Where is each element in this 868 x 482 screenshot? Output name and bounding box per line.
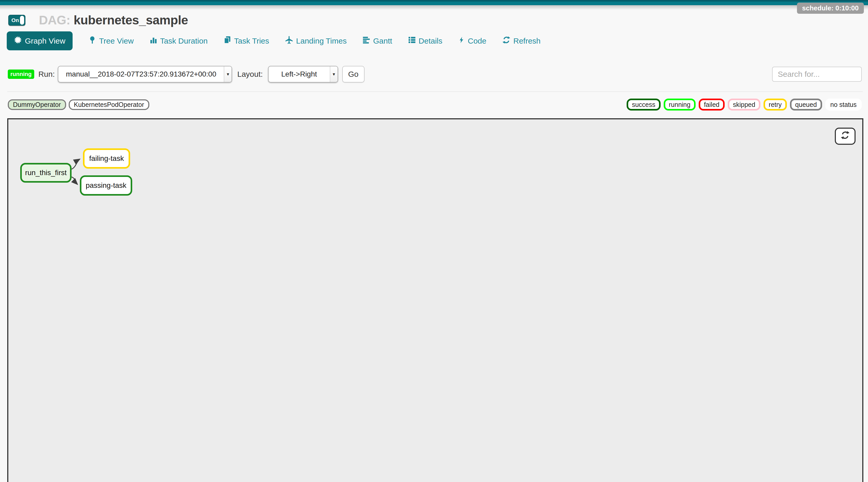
status-legend-running: running — [664, 98, 695, 111]
copy-files-icon — [224, 36, 231, 46]
burst-icon — [14, 36, 22, 46]
tab-label: Gantt — [373, 37, 392, 46]
page-title: DAG: kubernetes_sample — [39, 13, 188, 27]
tab-graph-view[interactable]: Graph View — [7, 31, 72, 50]
dag-graph-canvas: run_this_first failing-task passing-task — [7, 118, 863, 482]
layout-select[interactable]: Left->Right ▾ — [268, 66, 338, 83]
tab-code[interactable]: Code — [458, 36, 486, 46]
layout-label: Layout: — [237, 70, 262, 79]
tab-details[interactable]: Details — [408, 36, 442, 46]
dag-edges — [8, 119, 862, 482]
navbar-shadow — [0, 5, 868, 10]
align-left-icon — [363, 36, 370, 46]
toggle-knob — [20, 16, 24, 25]
tab-label: Tree View — [99, 37, 133, 46]
dropdown-arrow-icon: ▾ — [330, 66, 338, 82]
status-legend: success running failed skipped retry que… — [627, 98, 862, 111]
operator-legend-dummy: DummyOperator — [8, 99, 66, 110]
tab-label: Code — [468, 37, 486, 46]
task-node-failing-task[interactable]: failing-task — [83, 148, 130, 169]
layout-select-value: Left->Right — [269, 70, 330, 78]
tab-label: Landing Times — [296, 37, 347, 46]
status-legend-success: success — [627, 98, 660, 111]
run-label: Run: — [38, 70, 55, 79]
dag-pause-toggle[interactable]: On — [8, 15, 25, 26]
tab-label: Details — [419, 37, 442, 46]
status-legend-queued: queued — [790, 98, 822, 111]
top-navbar — [0, 0, 868, 5]
status-legend-no-status: no status — [825, 98, 862, 111]
tab-landing-times[interactable]: Landing Times — [285, 36, 347, 46]
run-select-value: manual__2018-02-07T23:57:20.913672+00:00 — [58, 70, 224, 78]
list-icon — [408, 36, 415, 46]
tab-tree-view[interactable]: Tree View — [89, 36, 133, 46]
dag-run-state-badge: running — [8, 69, 34, 79]
airflow-graph-view-page: schedule: 0:10:00 On DAG: kubernetes_sam… — [0, 0, 868, 482]
task-node-run-this-first[interactable]: run_this_first — [20, 163, 71, 183]
bolt-icon — [458, 36, 465, 46]
dropdown-arrow-icon: ▾ — [224, 66, 231, 82]
tab-gantt[interactable]: Gantt — [363, 36, 392, 46]
toggle-on-label: On — [11, 17, 19, 23]
run-select[interactable]: manual__2018-02-07T23:57:20.913672+00:00… — [58, 66, 232, 83]
view-tabs: Graph View Tree View Task Duration Task … — [7, 31, 868, 50]
task-node-passing-task[interactable]: passing-task — [80, 175, 132, 195]
dag-title-name: kubernetes_sample — [74, 13, 188, 27]
status-legend-retry: retry — [764, 98, 787, 111]
tab-label: Task Duration — [160, 37, 208, 46]
bar-chart-icon — [150, 36, 157, 46]
tab-label: Graph View — [25, 37, 65, 46]
divider — [7, 91, 863, 92]
run-controls-row: running Run: manual__2018-02-07T23:57:20… — [8, 66, 862, 83]
search-input[interactable] — [772, 67, 862, 82]
dag-title-prefix: DAG: — [39, 13, 70, 27]
go-button[interactable]: Go — [342, 66, 365, 83]
operator-legend-kubernetespod: KubernetesPodOperator — [69, 99, 149, 110]
legend-row: DummyOperator KubernetesPodOperator succ… — [8, 98, 862, 111]
tab-label: Refresh — [513, 37, 540, 46]
graph-refresh-button[interactable] — [835, 128, 856, 145]
refresh-icon — [502, 36, 510, 46]
tab-task-tries[interactable]: Task Tries — [224, 36, 269, 46]
refresh-icon — [841, 131, 849, 142]
schedule-badge: schedule: 0:10:00 — [797, 3, 864, 14]
tab-refresh[interactable]: Refresh — [502, 36, 540, 46]
plane-icon — [285, 36, 293, 46]
tree-icon — [89, 36, 96, 46]
status-legend-skipped: skipped — [728, 98, 761, 111]
dag-header: On DAG: kubernetes_sample — [8, 13, 868, 27]
tab-label: Task Tries — [234, 37, 269, 46]
tab-task-duration[interactable]: Task Duration — [150, 36, 208, 46]
status-legend-failed: failed — [699, 98, 725, 111]
